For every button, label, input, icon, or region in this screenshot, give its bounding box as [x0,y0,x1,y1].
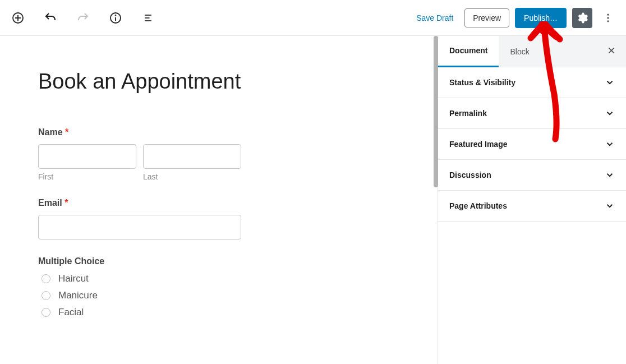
required-asterisk: * [65,198,68,208]
email-input[interactable] [38,215,241,239]
required-asterisk: * [65,127,68,137]
save-draft-link[interactable]: Save Draft [411,13,459,22]
first-sublabel: First [38,172,136,181]
choice-label: Multiple Choice [38,256,426,266]
radio-icon [42,308,50,317]
panel-page-attributes[interactable]: Page Attributes [438,191,626,222]
settings-button[interactable] [572,8,592,28]
last-sublabel: Last [143,172,241,181]
radio-icon [42,291,50,300]
page-title[interactable]: Book an Appointment [38,70,426,94]
panel-title: Permalink [449,109,487,118]
panel-title: Discussion [449,171,491,179]
choice-option[interactable]: Manicure [38,290,426,301]
tab-document[interactable]: Document [438,36,499,67]
top-toolbar: Save Draft Preview Publish… [0,0,626,36]
name-field: Name * First Last [38,127,426,181]
svg-point-11 [607,20,609,22]
choice-text: Manicure [58,290,98,301]
first-name-input[interactable] [38,144,136,169]
redo-button[interactable] [73,8,93,28]
chevron-down-icon [605,201,615,211]
preview-button[interactable]: Preview [464,8,509,27]
panel-title: Page Attributes [449,201,507,210]
svg-point-5 [116,15,116,16]
scrollbar[interactable] [434,36,438,187]
email-label: Email * [38,198,426,208]
chevron-down-icon [605,170,615,180]
last-name-input[interactable] [143,144,241,169]
toolbar-left [8,8,158,28]
outline-button[interactable] [138,8,158,28]
toolbar-right: Save Draft Preview Publish… [411,8,618,28]
info-button[interactable] [105,8,126,28]
gear-icon [576,12,588,24]
chevron-down-icon [605,139,615,149]
editor-canvas[interactable]: Book an Appointment Name * First Last Em… [0,36,438,364]
panel-discussion[interactable]: Discussion [438,160,626,191]
main-area: Book an Appointment Name * First Last Em… [0,36,626,364]
dots-vertical-icon [602,12,614,24]
svg-point-9 [607,13,609,15]
close-sidebar-button[interactable] [607,46,616,55]
choice-text: Haircut [58,273,89,284]
multiple-choice-field: Multiple Choice Haircut Manicure Facial [38,256,426,318]
panel-permalink[interactable]: Permalink [438,98,626,129]
radio-icon [42,274,50,283]
settings-sidebar: Document Block Status & Visibility Perma… [438,36,626,364]
email-field: Email * [38,198,426,239]
sidebar-tabs: Document Block [438,36,626,67]
choice-option[interactable]: Facial [38,307,426,318]
panel-status-visibility[interactable]: Status & Visibility [438,67,626,98]
chevron-down-icon [605,77,615,87]
chevron-down-icon [605,108,615,118]
svg-point-10 [607,17,609,19]
close-icon [607,46,616,55]
panel-featured-image[interactable]: Featured Image [438,129,626,160]
name-label: Name * [38,127,426,137]
undo-button[interactable] [40,8,61,28]
panel-title: Status & Visibility [449,78,515,87]
add-block-button[interactable] [8,8,28,28]
choice-option[interactable]: Haircut [38,273,426,284]
choice-text: Facial [58,307,84,318]
more-menu-button[interactable] [598,8,618,28]
publish-button[interactable]: Publish… [515,8,567,28]
tab-block[interactable]: Block [499,36,540,67]
panel-title: Featured Image [449,140,507,149]
